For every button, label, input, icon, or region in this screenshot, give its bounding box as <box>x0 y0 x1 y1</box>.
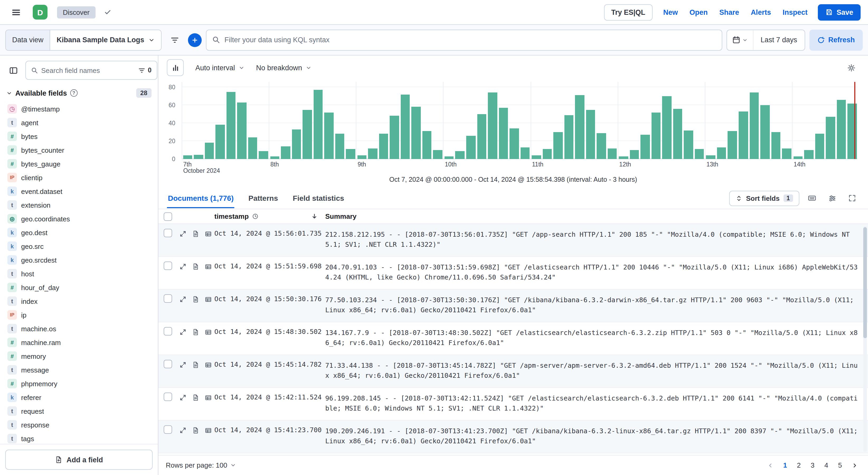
expand-document-button[interactable] <box>177 425 188 435</box>
edit-visualization-button[interactable] <box>167 59 184 76</box>
view-surrounding-button[interactable] <box>203 229 213 238</box>
kql-search-input[interactable] <box>207 30 721 50</box>
quick-select-button[interactable] <box>727 30 753 50</box>
timestamp-cell[interactable]: Oct 14, 2024 @ 15:50:30.176 <box>214 290 325 303</box>
field-list-item[interactable]: # memory <box>4 349 154 363</box>
view-document-button[interactable] <box>190 360 200 369</box>
field-list-item[interactable]: ⊕ geo.coordinates <box>4 212 154 226</box>
row-checkbox[interactable] <box>164 262 172 270</box>
view-document-button[interactable] <box>190 425 200 435</box>
timestamp-cell[interactable]: Oct 14, 2024 @ 15:45:14.782 <box>214 355 325 368</box>
field-list-item[interactable]: # bytes <box>4 129 154 143</box>
row-checkbox[interactable] <box>164 327 172 335</box>
field-list-item[interactable]: k event.dataset <box>4 184 154 198</box>
available-fields-header[interactable]: Available fields ? 28 <box>0 84 158 101</box>
row-checkbox[interactable] <box>164 360 172 368</box>
chart-options-button[interactable] <box>843 59 860 76</box>
field-list-item[interactable]: # hour_of_day <box>4 280 154 294</box>
keyboard-shortcuts-button[interactable] <box>805 191 819 206</box>
field-list-item[interactable]: k geo.src <box>4 239 154 253</box>
view-surrounding-button[interactable] <box>203 425 213 435</box>
timestamp-cell[interactable]: Oct 14, 2024 @ 15:42:11.524 <box>214 388 325 401</box>
row-checkbox[interactable] <box>164 425 172 434</box>
summary-column-header[interactable]: Summary <box>325 212 868 220</box>
expand-document-button[interactable] <box>177 262 188 271</box>
try-esql-button[interactable]: Try ES|QL <box>604 4 653 20</box>
summary-cell[interactable]: 212.158.212.195 - - [2018-07-30T13:56:01… <box>325 224 868 249</box>
sort-descending-icon[interactable] <box>311 213 318 220</box>
add-filter-button[interactable] <box>188 33 202 47</box>
summary-cell[interactable]: 190.209.246.191 - - [2018-07-30T13:41:23… <box>325 421 868 446</box>
view-surrounding-button[interactable] <box>203 294 213 304</box>
field-list-item[interactable]: t message <box>4 363 154 377</box>
page-number-button[interactable]: 1 <box>779 459 791 472</box>
row-checkbox[interactable] <box>164 393 172 401</box>
timestamp-cell[interactable]: Oct 14, 2024 @ 15:51:59.698 <box>214 257 325 270</box>
refresh-button[interactable]: Refresh <box>809 29 863 51</box>
summary-cell[interactable]: 134.167.7.9 - - [2018-07-30T13:48:30.502… <box>325 322 868 348</box>
field-list-item[interactable]: # bytes_counter <box>4 143 154 157</box>
expand-document-button[interactable] <box>177 294 188 304</box>
field-type-filter-button[interactable]: 0 <box>137 66 153 74</box>
view-surrounding-button[interactable] <box>203 262 213 271</box>
field-list-item[interactable]: t machine.os <box>4 322 154 335</box>
field-list-item[interactable]: t host <box>4 267 154 280</box>
field-list-item[interactable]: t agent <box>4 116 154 129</box>
expand-document-button[interactable] <box>177 229 188 238</box>
space-avatar[interactable]: D <box>33 5 48 20</box>
field-list-item[interactable]: # phpmemory <box>4 377 154 390</box>
view-document-button[interactable] <box>190 229 200 238</box>
field-list-item[interactable]: t tags <box>4 432 154 444</box>
view-document-button[interactable] <box>190 393 200 402</box>
field-list-item[interactable]: t request <box>4 404 154 418</box>
field-list-item[interactable]: IP ip <box>4 308 154 322</box>
header-nav-link[interactable]: Alerts <box>751 8 771 16</box>
field-list-item[interactable]: # bytes_gauge <box>4 157 154 171</box>
timestamp-cell[interactable]: Oct 14, 2024 @ 15:56:01.735 <box>214 224 325 237</box>
timestamp-cell[interactable]: Oct 14, 2024 @ 15:48:30.502 <box>214 322 325 335</box>
view-surrounding-button[interactable] <box>203 360 213 369</box>
page-number-button[interactable]: 4 <box>820 459 832 472</box>
field-list-item[interactable]: k referer <box>4 390 154 404</box>
timestamp-cell[interactable]: Oct 14, 2024 @ 15:41:23.700 <box>214 421 325 434</box>
breakdown-dropdown[interactable]: No breakdown <box>256 64 311 71</box>
data-view-picker[interactable]: Kibana Sample Data Logs <box>51 30 161 50</box>
tab[interactable]: Patterns <box>247 188 279 208</box>
header-nav-link[interactable]: New <box>663 8 678 16</box>
field-list-item[interactable]: t response <box>4 418 154 432</box>
expand-document-button[interactable] <box>177 360 188 369</box>
sort-fields-button[interactable]: Sort fields 1 <box>729 190 799 206</box>
grid-scrollbar-thumb[interactable] <box>863 227 867 338</box>
page-number-button[interactable]: 3 <box>807 459 818 472</box>
tab[interactable]: Documents (1,776) <box>167 188 235 208</box>
field-list-item[interactable]: t extension <box>4 198 154 212</box>
view-surrounding-button[interactable] <box>203 327 213 336</box>
row-checkbox[interactable] <box>164 294 172 303</box>
select-all-checkbox[interactable] <box>164 212 172 220</box>
header-nav-link[interactable]: Open <box>689 8 708 16</box>
save-button[interactable]: Save <box>818 4 861 20</box>
expand-document-button[interactable] <box>177 393 188 402</box>
interval-dropdown[interactable]: Auto interval <box>195 64 244 71</box>
histogram-plot[interactable] <box>182 82 858 159</box>
field-list-item[interactable]: k geo.srcdest <box>4 253 154 267</box>
fullscreen-button[interactable] <box>845 191 860 206</box>
menu-button[interactable] <box>7 4 24 21</box>
add-field-button[interactable]: Add a field <box>5 450 153 470</box>
timestamp-column-header[interactable]: timestamp <box>214 212 325 220</box>
expand-document-button[interactable] <box>177 327 188 336</box>
collapse-sidebar-button[interactable] <box>5 62 21 78</box>
header-nav-link[interactable]: Share <box>719 8 739 16</box>
header-nav-link[interactable]: Inspect <box>782 8 808 16</box>
view-document-button[interactable] <box>190 294 200 304</box>
field-list-item[interactable]: ◷ @timestamp <box>4 102 154 116</box>
rows-per-page-button[interactable]: Rows per page: 100 <box>166 461 236 469</box>
summary-cell[interactable]: 96.199.208.145 - - [2018-07-30T13:42:11.… <box>325 388 868 413</box>
previous-page-button[interactable] <box>765 459 776 472</box>
view-document-button[interactable] <box>190 327 200 336</box>
breadcrumb[interactable]: Discover <box>57 6 95 18</box>
summary-cell[interactable]: 204.70.91.103 - - [2018-07-30T13:51:59.6… <box>325 257 868 282</box>
tab[interactable]: Field statistics <box>292 188 345 208</box>
page-number-button[interactable]: 5 <box>834 459 846 472</box>
saved-query-menu-button[interactable] <box>166 31 184 49</box>
